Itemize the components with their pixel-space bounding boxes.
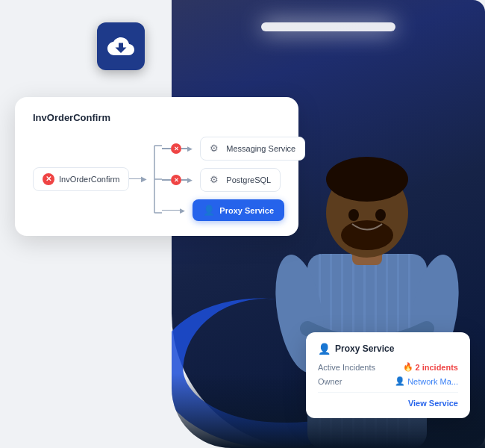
ceiling-light <box>261 22 395 31</box>
info-row-owner: Owner 👤 Network Ma... <box>318 376 458 386</box>
branch-row-messaging: ✕ ▶ ⚙ Messaging Service <box>162 137 305 161</box>
messaging-service-node: ⚙ Messaging Service <box>200 137 305 161</box>
line-1a <box>162 148 171 149</box>
target-branches: ✕ ▶ ⚙ Messaging Service ✕ ▶ <box>162 137 305 221</box>
fire-icon: 🔥 <box>403 362 413 372</box>
incidents-value-wrapper: 🔥 2 incidents <box>403 362 458 372</box>
mid-error-icon-2: ✕ <box>171 175 181 185</box>
proxy-service-node[interactable]: 👤 Proxy Service <box>193 199 284 221</box>
branch-row-proxy: ▶ 👤 Proxy Service <box>162 199 305 221</box>
diagram-flow-area: ✕ InvOrderConfirm ▶ <box>33 137 281 221</box>
cloud-icon-box <box>97 22 145 70</box>
branch-row-postgresql: ✕ ▶ ⚙ PostgreSQL <box>162 168 305 192</box>
svg-point-15 <box>341 220 393 250</box>
info-card-title: Proxy Service <box>335 343 394 354</box>
arrow-head-1: ▶ <box>141 175 147 183</box>
arrow-head-branch-1: ▶ <box>187 145 193 152</box>
info-card-divider <box>318 392 458 393</box>
line-2b <box>181 179 187 181</box>
branch-container: ✕ ▶ ⚙ Messaging Service ✕ ▶ <box>147 137 305 221</box>
incidents-value: 2 incidents <box>416 363 458 372</box>
main-arrow: ▶ <box>129 175 147 183</box>
arrow-head-branch-3: ▶ <box>180 207 185 214</box>
line-2a <box>162 179 171 181</box>
info-card-header: 👤 Proxy Service <box>318 343 458 355</box>
messaging-service-label: Messaging Service <box>226 144 295 153</box>
source-node-label: InvOrderConfirm <box>59 175 119 184</box>
line-3a <box>162 210 180 211</box>
diagram-card: InvOrderConfirm ✕ InvOrderConfirm ▶ <box>15 97 298 236</box>
messaging-gear-icon: ⚙ <box>210 143 222 155</box>
arrow-line-1 <box>129 178 141 180</box>
cloud-upload-icon <box>107 33 134 60</box>
svg-point-14 <box>326 157 408 202</box>
source-node: ✕ InvOrderConfirm <box>33 167 129 191</box>
postgresql-gear-icon: ⚙ <box>210 174 222 186</box>
owner-person-icon: 👤 <box>395 376 405 386</box>
line-1b <box>181 148 187 149</box>
branch-lines-svg <box>147 138 162 220</box>
diagram-card-title: InvOrderConfirm <box>33 112 281 123</box>
branch-arrow-2: ✕ ▶ <box>162 175 195 185</box>
svg-point-17 <box>375 209 386 221</box>
owner-value: Network Ma... <box>407 377 458 386</box>
source-node-error-icon: ✕ <box>43 173 54 185</box>
info-row-incidents: Active Incidents 🔥 2 incidents <box>318 362 458 372</box>
arrow-head-branch-2: ▶ <box>187 176 193 184</box>
branch-arrow-1: ✕ ▶ <box>162 143 195 154</box>
svg-point-16 <box>348 209 359 221</box>
view-service-link[interactable]: View Service <box>318 399 458 408</box>
owner-value-wrapper: 👤 Network Ma... <box>395 376 458 386</box>
info-card-icon: 👤 <box>318 343 331 355</box>
incidents-label: Active Incidents <box>318 363 375 372</box>
owner-label: Owner <box>318 377 342 386</box>
branch-arrow-3: ▶ <box>162 207 188 214</box>
mid-error-icon-1: ✕ <box>171 143 181 154</box>
postgresql-label: PostgreSQL <box>226 175 271 184</box>
proxy-person-icon: 👤 <box>203 205 215 216</box>
proxy-service-label: Proxy Service <box>219 206 274 215</box>
postgresql-node: ⚙ PostgreSQL <box>200 168 281 192</box>
info-popup-card: 👤 Proxy Service Active Incidents 🔥 2 inc… <box>306 332 470 418</box>
